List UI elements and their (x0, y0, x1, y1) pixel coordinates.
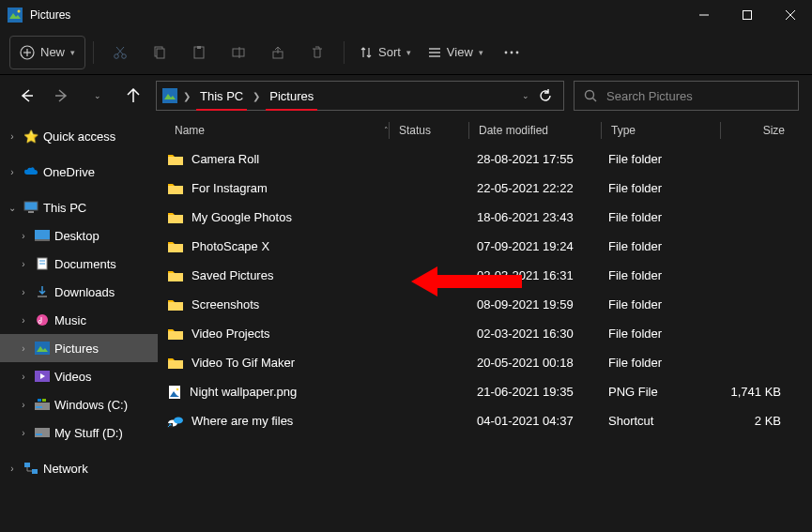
sidebar-item-network[interactable]: ›Network (0, 454, 158, 482)
chevron-down-icon: ▾ (406, 48, 411, 57)
file-date: 18-06-2021 23:43 (467, 210, 599, 224)
address-bar[interactable]: ❯ This PC ❯ Pictures ⌄ (156, 81, 564, 111)
column-type[interactable]: Type (602, 124, 720, 137)
search-input[interactable] (606, 89, 789, 103)
close-button[interactable] (769, 0, 812, 30)
minimize-button[interactable] (682, 0, 726, 30)
chevron-right-icon[interactable]: › (6, 464, 19, 474)
file-row[interactable]: Video Projects02-03-2021 16:30File folde… (158, 319, 812, 348)
svg-rect-40 (35, 342, 50, 355)
file-row[interactable]: For Instagram22-05-2021 22:22File folder (158, 174, 812, 203)
sidebar-item-desktop[interactable]: ›Desktop (0, 221, 158, 250)
file-row[interactable]: Where are my files04-01-2021 04:37Shortc… (158, 406, 812, 435)
address-dropdown[interactable]: ⌄ (522, 91, 529, 100)
file-date: 20-05-2021 00:18 (467, 356, 599, 370)
file-row[interactable]: PhotoScape X07-09-2021 19:24File folder (158, 232, 812, 261)
file-date: 07-09-2021 19:24 (467, 239, 599, 253)
cut-button[interactable] (101, 36, 139, 69)
chevron-down-icon: ⌄ (94, 91, 101, 100)
chevron-right-icon[interactable]: › (17, 400, 30, 410)
chevron-right-icon[interactable]: › (17, 259, 30, 269)
view-icon (428, 46, 441, 59)
sidebar-item-pictures[interactable]: ›Pictures (0, 334, 158, 362)
arrow-up-icon (126, 88, 141, 103)
rename-button[interactable] (220, 36, 257, 69)
delete-button[interactable] (299, 36, 336, 69)
chevron-right-icon[interactable]: › (17, 428, 30, 438)
search-icon (584, 89, 597, 102)
up-button[interactable] (120, 83, 146, 109)
copy-button[interactable] (141, 36, 178, 69)
chevron-right-icon[interactable]: › (17, 343, 30, 354)
chevron-right-icon[interactable]: ❯ (251, 91, 262, 101)
back-button[interactable] (13, 83, 39, 109)
location-icon (162, 88, 177, 103)
svg-rect-55 (168, 244, 183, 252)
sidebar-label: Downloads (54, 285, 115, 299)
file-name: Camera Roll (192, 152, 259, 166)
column-status[interactable]: Status (390, 124, 468, 137)
sidebar-item-my-stuff-d[interactable]: ›My Stuff (D:) (0, 418, 158, 447)
main-area: ›⭐Quick access ›OneDrive ⌄This PC ›Deskt… (0, 116, 812, 532)
sidebar-item-onedrive[interactable]: ›OneDrive (0, 158, 158, 186)
file-type: File folder (599, 181, 717, 195)
music-icon (34, 313, 51, 327)
file-type: File folder (599, 327, 717, 341)
file-row[interactable]: Night wallpaper.png21-06-2021 19:35PNG F… (158, 377, 812, 406)
search-box[interactable] (574, 81, 799, 111)
folder-icon (167, 269, 184, 282)
folder-icon (167, 357, 184, 370)
refresh-button[interactable] (539, 89, 552, 102)
file-row[interactable]: Video To Gif Maker20-05-2021 00:18File f… (158, 348, 812, 377)
arrow-right-icon (54, 88, 69, 103)
sidebar-label: Network (43, 462, 88, 476)
file-name: Night wallpaper.png (190, 385, 297, 399)
chevron-down-icon: ▾ (479, 48, 483, 57)
sidebar-item-windows-c[interactable]: ›Windows (C:) (0, 390, 158, 418)
chevron-right-icon[interactable]: ❯ (181, 91, 192, 101)
file-row[interactable]: Saved Pictures02-03-2021 16:31File folde… (158, 261, 812, 290)
chevron-right-icon[interactable]: › (17, 287, 30, 297)
file-row[interactable]: Screenshots08-09-2021 19:59File folder (158, 290, 812, 319)
view-button[interactable]: View ▾ (421, 36, 491, 69)
file-date: 08-09-2021 19:59 (467, 297, 599, 312)
svg-rect-50 (24, 463, 30, 467)
sidebar-item-this-pc[interactable]: ⌄This PC (0, 193, 158, 221)
svg-point-64 (174, 417, 183, 423)
sort-button[interactable]: Sort ▾ (352, 36, 419, 69)
chevron-right-icon[interactable]: › (6, 131, 19, 142)
column-size[interactable]: Size (721, 124, 796, 137)
sidebar-item-videos[interactable]: ›Videos (0, 362, 158, 390)
chevron-right-icon[interactable]: › (6, 167, 19, 177)
sidebar-label: Music (54, 313, 86, 327)
sidebar-item-documents[interactable]: ›Documents (0, 250, 158, 278)
column-date[interactable]: Date modified (469, 124, 601, 137)
divider (93, 41, 94, 64)
breadcrumb-pictures[interactable]: Pictures (266, 87, 317, 105)
chevron-right-icon[interactable]: › (17, 315, 30, 326)
more-button[interactable] (493, 36, 530, 69)
svg-point-39 (37, 314, 48, 326)
sidebar-item-music[interactable]: ›Music (0, 306, 158, 334)
chevron-down-icon[interactable]: ⌄ (6, 203, 19, 213)
chevron-right-icon[interactable]: › (17, 231, 30, 241)
paste-button[interactable] (180, 36, 218, 69)
share-button[interactable] (259, 36, 297, 69)
svg-rect-52 (168, 157, 183, 165)
recent-button[interactable]: ⌄ (84, 83, 111, 109)
chevron-right-icon[interactable]: › (17, 372, 30, 382)
chevron-down-icon: ▾ (70, 48, 75, 57)
sidebar-item-quick-access[interactable]: ›⭐Quick access (0, 122, 158, 150)
column-name[interactable]: Name˄ (158, 124, 389, 137)
forward-button[interactable] (49, 83, 75, 109)
breadcrumb-this-pc[interactable]: This PC (196, 87, 247, 105)
svg-point-29 (586, 91, 594, 99)
maximize-button[interactable] (726, 0, 769, 30)
file-row[interactable]: Camera Roll28-08-2021 17:55File folder (158, 144, 812, 174)
file-row[interactable]: My Google Photos18-06-2021 23:43File fol… (158, 203, 812, 232)
folder-icon (167, 153, 184, 166)
sidebar-item-downloads[interactable]: ›Downloads (0, 278, 158, 306)
new-button[interactable]: New ▾ (9, 36, 85, 69)
refresh-icon (539, 89, 552, 102)
sidebar-label: This PC (43, 201, 86, 215)
